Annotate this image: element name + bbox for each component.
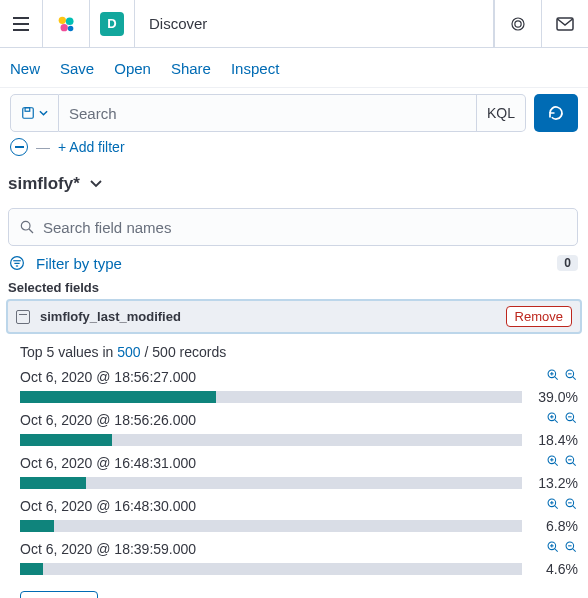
svg-line-51 (573, 549, 576, 552)
field-value-label: Oct 6, 2020 @ 18:56:27.000 (20, 369, 546, 385)
svg-line-37 (573, 463, 576, 466)
cheer-icon (509, 15, 527, 33)
svg-line-23 (573, 377, 576, 380)
filter-for-icon[interactable] (546, 368, 560, 385)
value-bar-fill (20, 520, 54, 532)
field-value-row: Oct 6, 2020 @ 16:48:30.000 6.8% (20, 497, 578, 534)
filter-type-count: 0 (557, 255, 578, 271)
field-search-placeholder: Search field names (43, 219, 171, 236)
filter-bar: — + Add filter (0, 138, 588, 164)
filter-out-icon[interactable] (564, 454, 578, 471)
logo-button[interactable] (43, 0, 90, 47)
svg-line-33 (555, 463, 558, 466)
chevron-down-icon (90, 180, 102, 188)
value-percent: 4.6% (532, 561, 578, 577)
value-percent: 18.4% (532, 432, 578, 448)
svg-point-12 (21, 221, 30, 230)
svg-line-13 (29, 229, 33, 233)
add-filter-button[interactable]: + Add filter (58, 139, 125, 155)
refresh-button[interactable] (534, 94, 578, 132)
save-icon (21, 106, 35, 120)
svg-line-47 (555, 549, 558, 552)
value-bar-track (20, 434, 522, 446)
filter-out-icon[interactable] (564, 540, 578, 557)
newsfeed-button[interactable] (494, 0, 541, 47)
topbar: D Discover (0, 0, 588, 48)
value-bar-fill (20, 477, 86, 489)
tab-new[interactable]: New (10, 60, 40, 77)
mail-icon (556, 17, 574, 31)
selected-fields-heading: Selected fields (0, 280, 588, 299)
filter-out-icon[interactable] (564, 497, 578, 514)
svg-point-5 (61, 24, 68, 31)
field-value-label: Oct 6, 2020 @ 18:39:59.000 (20, 541, 546, 557)
field-search-input[interactable]: Search field names (8, 208, 578, 246)
tab-save[interactable]: Save (60, 60, 94, 77)
svg-point-8 (515, 20, 521, 26)
value-bar-track (20, 563, 522, 575)
field-value-row: Oct 6, 2020 @ 18:56:27.000 39.0% (20, 368, 578, 405)
value-bar-fill (20, 434, 112, 446)
svg-rect-10 (23, 108, 34, 119)
date-icon (16, 310, 30, 324)
svg-rect-11 (25, 108, 30, 112)
filter-for-icon[interactable] (546, 497, 560, 514)
menu-icon (12, 17, 30, 31)
filter-by-type-row: Filter by type 0 (8, 254, 578, 272)
action-tabs: New Save Open Share Inspect (0, 48, 588, 88)
svg-point-4 (66, 17, 74, 25)
top5-summary: Top 5 values in 500 / 500 records (20, 344, 578, 360)
filter-for-icon[interactable] (546, 411, 560, 428)
field-value-label: Oct 6, 2020 @ 16:48:30.000 (20, 498, 546, 514)
filter-by-type-button[interactable]: Filter by type (36, 255, 547, 272)
filter-out-icon[interactable] (564, 368, 578, 385)
menu-button[interactable] (0, 0, 43, 47)
mail-button[interactable] (541, 0, 588, 47)
value-bar-track (20, 477, 522, 489)
page-title: Discover (135, 0, 494, 47)
remove-field-button[interactable]: Remove (506, 306, 572, 327)
filter-for-icon[interactable] (546, 540, 560, 557)
field-value-label: Oct 6, 2020 @ 16:48:31.000 (20, 455, 546, 471)
index-pattern-selector[interactable]: simflofy* (0, 164, 588, 204)
saved-queries-button[interactable] (10, 94, 59, 132)
query-bar: Search KQL (0, 88, 588, 138)
chevron-down-icon (39, 110, 48, 116)
kql-button[interactable]: KQL (477, 94, 526, 132)
svg-point-3 (59, 16, 66, 23)
app-chip-letter: D (100, 12, 124, 36)
svg-point-6 (68, 25, 74, 31)
tab-open[interactable]: Open (114, 60, 151, 77)
value-bar-track (20, 520, 522, 532)
selected-field-row[interactable]: simflofy_last_modified Remove (6, 299, 582, 334)
value-bar-fill (20, 563, 43, 575)
selected-field-name: simflofy_last_modified (40, 309, 496, 324)
svg-line-44 (573, 506, 576, 509)
filter-icon (8, 254, 26, 272)
svg-point-7 (512, 18, 524, 30)
visualize-button[interactable]: Visualize (20, 591, 98, 598)
field-stats: Top 5 values in 500 / 500 records Oct 6,… (0, 338, 588, 598)
app-chip[interactable]: D (90, 0, 135, 47)
value-percent: 39.0% (532, 389, 578, 405)
query-input[interactable]: Search (59, 94, 477, 132)
value-bar-fill (20, 391, 216, 403)
field-value-row: Oct 6, 2020 @ 18:39:59.000 4.6% (20, 540, 578, 577)
filter-for-icon[interactable] (546, 454, 560, 471)
filter-divider: — (36, 139, 50, 155)
value-bar-track (20, 391, 522, 403)
tab-share[interactable]: Share (171, 60, 211, 77)
svg-line-30 (573, 420, 576, 423)
svg-line-19 (555, 377, 558, 380)
filter-out-icon[interactable] (564, 411, 578, 428)
refresh-icon (547, 104, 565, 122)
field-value-row: Oct 6, 2020 @ 16:48:31.000 13.2% (20, 454, 578, 491)
tab-inspect[interactable]: Inspect (231, 60, 279, 77)
index-pattern-label: simflofy* (8, 174, 80, 194)
field-value-label: Oct 6, 2020 @ 18:56:26.000 (20, 412, 546, 428)
search-icon (19, 219, 35, 235)
filter-options-icon[interactable] (10, 138, 28, 156)
svg-line-26 (555, 420, 558, 423)
top5-count-link[interactable]: 500 (117, 344, 140, 360)
elastic-logo-icon (55, 13, 77, 35)
